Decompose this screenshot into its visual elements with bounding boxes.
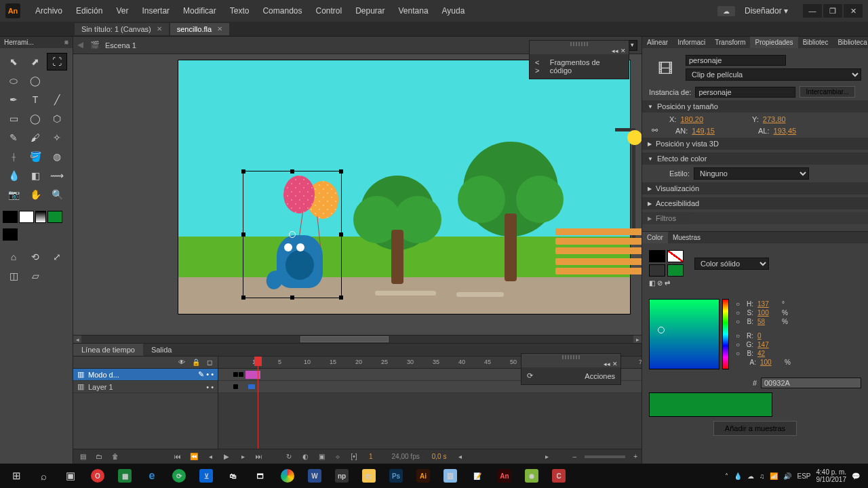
workspace-switcher[interactable]: Diseñador ▾ [745, 6, 788, 16]
actions-panel[interactable]: ◂◂ ✕ ⟳Acciones [521, 353, 621, 385]
taskbar-app[interactable]: ⏺ [518, 466, 545, 486]
scroll-thumb[interactable] [300, 336, 389, 342]
magic-wand-tool[interactable]: ◯ [25, 72, 45, 89]
paint-bucket-tool[interactable]: 🪣 [25, 148, 45, 165]
onion-skin-button[interactable]: ◐ [300, 453, 311, 460]
tray-expand-icon[interactable]: ˄ [725, 472, 728, 480]
scroll-left-icon[interactable]: ◂ [458, 453, 462, 460]
tab-color[interactable]: Color [642, 232, 668, 243]
width-value[interactable]: 149,15 [692, 127, 715, 135]
no-fill-swatch[interactable] [667, 250, 684, 262]
panel-menu-icon[interactable]: ≡ [64, 39, 68, 46]
loop-button[interactable]: ↻ [283, 453, 294, 460]
taskbar-app[interactable]: 🛍 [220, 466, 247, 486]
step-back-button[interactable]: ⏪ [189, 453, 199, 460]
current-color-swatch[interactable] [47, 211, 62, 223]
polystar-tool[interactable]: ⬡ [47, 110, 67, 127]
section-filters[interactable]: ▶Filtros [642, 212, 868, 224]
taskbar-app[interactable]: O [84, 466, 111, 486]
tab-output[interactable]: Salida [143, 344, 180, 356]
timeline-zoom-out[interactable]: – [573, 453, 577, 460]
paint-brush-tool[interactable]: ✧ [47, 129, 67, 146]
next-frame-button[interactable]: ▸ [237, 453, 248, 460]
taskbar-app[interactable]: Ps [382, 466, 410, 486]
hue-slider[interactable] [722, 299, 729, 369]
eraser-tool[interactable]: ◧ [25, 167, 45, 184]
rectangle-tool[interactable]: ▭ [3, 110, 24, 127]
collapse-icon[interactable]: ◂◂ [612, 47, 618, 54]
section-accessibility[interactable]: ▶Accesibilidad [642, 197, 868, 209]
ink-bottle-tool[interactable]: ◍ [47, 148, 67, 165]
marker-button[interactable]: [•] [349, 453, 359, 460]
taskbar-app[interactable]: 🗀 [355, 466, 382, 486]
taskbar-app[interactable]: np [328, 466, 355, 486]
new-layer-button[interactable]: ▤ [77, 453, 88, 460]
delete-layer-button[interactable]: 🗑 [110, 453, 121, 460]
close-icon[interactable]: ✕ [612, 361, 618, 367]
fill-color-swatch[interactable] [19, 211, 34, 223]
instance-name-input[interactable] [686, 55, 786, 66]
brush-tool[interactable]: 🖌 [25, 129, 45, 146]
rotate-tool[interactable]: ⟲ [25, 248, 45, 266]
menu-texto[interactable]: Texto [223, 6, 256, 16]
stage[interactable] [178, 60, 631, 314]
color-type-select[interactable]: Color sólido [694, 258, 769, 270]
swap-button[interactable]: Intercambiar... [800, 86, 854, 98]
section-display[interactable]: ▶Visualización [642, 182, 868, 195]
tab-sencillo[interactable]: sencillo.fla✕ [170, 23, 229, 35]
active-swatch[interactable] [667, 264, 684, 277]
s-value[interactable]: 100 [757, 309, 778, 317]
last-frame-button[interactable]: ⏭ [254, 453, 264, 460]
close-icon[interactable]: ✕ [217, 25, 222, 33]
y-value[interactable]: 273,80 [763, 115, 786, 123]
stage-area[interactable]: ◂ ▸ [73, 54, 642, 343]
tray-notifications-icon[interactable]: 💬 [852, 472, 860, 480]
bone-tool[interactable]: ⟊ [3, 148, 24, 165]
search-icon[interactable]: ⌕ [30, 466, 57, 486]
new-folder-button[interactable]: 🗀 [94, 453, 104, 460]
taskbar-app[interactable]: C [545, 466, 572, 486]
tray-volume-icon[interactable]: 🔊 [783, 472, 791, 480]
close-button[interactable]: ✕ [844, 4, 863, 18]
onion-outline-button[interactable]: ▣ [316, 453, 327, 460]
link-wh-icon[interactable]: ⚯ [652, 126, 658, 135]
taskbar-app[interactable]: 📝 [464, 466, 491, 486]
r-value[interactable]: 0 [757, 332, 778, 340]
lock-icon[interactable]: 🔒 [192, 359, 200, 366]
x-value[interactable]: 180,20 [680, 115, 703, 123]
collapse-icon[interactable]: ◂◂ [604, 361, 610, 367]
tab-info[interactable]: Informaci [673, 37, 710, 48]
swap-colors-icon[interactable] [35, 211, 46, 223]
g-value[interactable]: 147 [757, 341, 778, 348]
tray-icon[interactable]: ♫ [760, 472, 765, 480]
tab-timeline[interactable]: Línea de tiempo [73, 344, 143, 356]
section-position-3d[interactable]: ▶Posición y vista 3D [642, 138, 868, 150]
tray-clock[interactable]: 4:40 p. m.9/10/2017 [816, 468, 847, 483]
tab-library1[interactable]: Bibliotec [798, 37, 833, 48]
maximize-button[interactable]: ❐ [823, 4, 842, 18]
taskbar-app[interactable]: e [138, 466, 165, 486]
bw-icon[interactable] [3, 228, 18, 241]
back-icon[interactable]: ⯇ [77, 41, 85, 49]
swap-color-icon[interactable]: ⇄ [665, 279, 670, 287]
tab-swatches[interactable]: Muestras [668, 232, 705, 243]
width-tool[interactable]: ⟿ [47, 167, 67, 184]
scene-name[interactable]: Escena 1 [105, 41, 136, 49]
edit-multiple-button[interactable]: ⟐ [332, 453, 343, 460]
tab-properties[interactable]: Propiedades [750, 37, 797, 48]
zoom-tool[interactable]: 🔍 [47, 186, 67, 203]
color-field[interactable] [649, 299, 719, 369]
menu-ventana[interactable]: Ventana [392, 6, 435, 16]
tab-align[interactable]: Alinear [642, 37, 673, 48]
tab-untitled[interactable]: Sin título: 1 (Canvas)✕ [75, 23, 169, 35]
tray-icon[interactable]: 💧 [734, 472, 742, 480]
tray-icon[interactable]: ☁ [747, 472, 754, 480]
selection-bounding-box[interactable] [243, 171, 342, 298]
section-position-size[interactable]: ▼Posición y tamaño [642, 100, 868, 113]
close-icon[interactable]: ✕ [620, 47, 626, 54]
stage-hscroll[interactable]: ◂ ▸ [73, 335, 642, 343]
tray-lang[interactable]: ESP [797, 472, 810, 480]
subselection-tool[interactable]: ⬈ [25, 53, 45, 70]
scale-tool[interactable]: ⤢ [47, 248, 67, 266]
taskbar-app[interactable]: An [491, 466, 518, 486]
